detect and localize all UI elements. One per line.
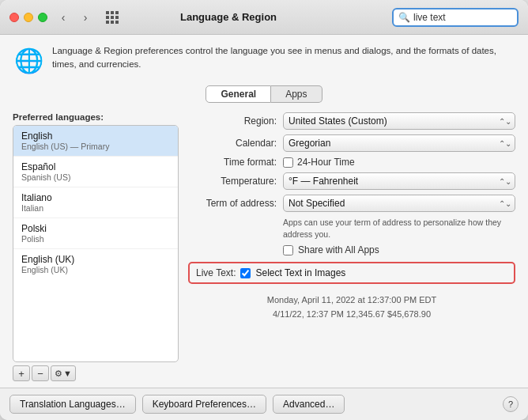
globe-icon: 🌐	[13, 44, 44, 76]
time-format-checkbox-label: 24-Hour Time	[297, 157, 355, 168]
tabs-row: General Apps	[13, 85, 515, 103]
main-window: ‹ › Language & Region 🔍 ✕ 🌐 Language & R…	[0, 0, 528, 420]
live-text-checkbox[interactable]	[240, 268, 251, 278]
add-language-button[interactable]: +	[13, 365, 30, 381]
calendar-label: Calendar:	[188, 138, 283, 149]
term-of-address-select-wrapper: Not Specified ⌃⌄	[283, 195, 515, 212]
live-text-description: Select Text in Images	[255, 267, 345, 278]
term-of-address-label: Term of address:	[188, 198, 283, 209]
date-preview-line2: 4/11/22, 12:37 PM 12,345.67 $45,678.90	[188, 308, 515, 322]
language-panel: Preferred languages: English English (US…	[13, 112, 179, 381]
region-row: Region: United States (Custom) ⌃⌄	[188, 112, 515, 130]
language-name: English	[21, 131, 170, 142]
settings-panel: Region: United States (Custom) ⌃⌄ Calend…	[188, 112, 515, 381]
keyboard-preferences-button[interactable]: Keyboard Preferences…	[142, 395, 266, 414]
chevron-down-icon: ▼	[63, 369, 72, 378]
calendar-row: Calendar: Gregorian ⌃⌄	[188, 134, 515, 152]
main-area: Preferred languages: English English (US…	[13, 112, 515, 381]
share-checkbox[interactable]	[283, 245, 293, 255]
region-select[interactable]: United States (Custom)	[283, 112, 515, 130]
live-text-section: Live Text: Select Text in Images	[188, 262, 515, 284]
time-format-label: Time format:	[188, 157, 283, 168]
language-sub: Spanish (US)	[21, 172, 170, 182]
titlebar: ‹ › Language & Region 🔍 ✕	[0, 0, 528, 35]
language-sub: English (US) — Primary	[21, 142, 170, 151]
region-label: Region:	[188, 115, 283, 127]
language-sub: Polish	[21, 234, 170, 244]
help-button[interactable]: ?	[503, 396, 519, 412]
language-name: Polski	[21, 223, 170, 234]
bottom-bar: Translation Languages… Keyboard Preferen…	[0, 388, 528, 420]
language-sub: Italian	[21, 203, 170, 213]
content-area: 🌐 Language & Region preferences control …	[0, 35, 528, 388]
time-format-checkbox-area: 24-Hour Time	[283, 157, 355, 168]
close-button[interactable]	[9, 13, 19, 22]
temperature-label: Temperature:	[188, 176, 283, 187]
language-sub: English (UK)	[21, 265, 170, 274]
time-format-checkbox[interactable]	[283, 157, 293, 168]
maximize-button[interactable]	[38, 13, 47, 22]
description-area: 🌐 Language & Region preferences control …	[13, 44, 515, 76]
list-item[interactable]: Italiano Italian	[13, 187, 178, 218]
temperature-select[interactable]: °F — Fahrenheit	[283, 172, 515, 190]
bottom-buttons: Translation Languages… Keyboard Preferen…	[9, 395, 345, 414]
description-text: Language & Region preferences control th…	[52, 44, 515, 72]
language-options-button[interactable]: ⚙ ▼	[51, 365, 76, 381]
live-text-label: Live Text:	[196, 267, 236, 278]
temperature-select-wrapper: °F — Fahrenheit ⌃⌄	[283, 172, 515, 190]
share-checkbox-row: Share with All Apps	[283, 244, 515, 255]
list-item[interactable]: Español Spanish (US)	[13, 157, 178, 187]
advanced-button[interactable]: Advanced…	[273, 395, 345, 414]
window-title: Language & Region	[65, 11, 392, 23]
calendar-select-wrapper: Gregorian ⌃⌄	[283, 134, 515, 152]
list-item[interactable]: English English (US) — Primary	[13, 126, 178, 157]
tab-apps[interactable]: Apps	[271, 85, 322, 103]
tab-general[interactable]: General	[206, 85, 271, 103]
search-box: 🔍 ✕	[392, 8, 519, 27]
region-select-wrapper: United States (Custom) ⌃⌄	[283, 112, 515, 130]
list-item[interactable]: English (UK) English (UK)	[13, 249, 178, 279]
language-toolbar: + − ⚙ ▼	[13, 365, 179, 381]
remove-language-button[interactable]: −	[32, 365, 49, 381]
search-icon: 🔍	[398, 12, 410, 23]
minimize-button[interactable]	[24, 13, 33, 22]
share-checkbox-label: Share with All Apps	[298, 244, 379, 255]
temperature-row: Temperature: °F — Fahrenheit ⌃⌄	[188, 172, 515, 190]
traffic-lights	[9, 13, 47, 22]
language-name: Italiano	[21, 192, 170, 203]
date-preview-line1: Monday, April 11, 2022 at 12:37:00 PM ED…	[188, 293, 515, 308]
search-input[interactable]	[413, 12, 528, 23]
language-list: English English (US) — Primary Español S…	[13, 125, 179, 362]
term-of-address-row: Term of address: Not Specified ⌃⌄	[188, 195, 515, 212]
term-note: Apps can use your term of address to per…	[283, 217, 515, 240]
date-preview: Monday, April 11, 2022 at 12:37:00 PM ED…	[188, 293, 515, 321]
gear-icon: ⚙	[55, 369, 62, 379]
calendar-select[interactable]: Gregorian	[283, 134, 515, 152]
translation-languages-button[interactable]: Translation Languages…	[9, 395, 136, 414]
term-of-address-select[interactable]: Not Specified	[283, 195, 515, 212]
language-name: English (UK)	[21, 254, 170, 265]
time-format-row: Time format: 24-Hour Time	[188, 157, 515, 168]
language-name: Español	[21, 161, 170, 172]
language-panel-label: Preferred languages:	[13, 112, 179, 122]
list-item[interactable]: Polski Polish	[13, 218, 178, 249]
